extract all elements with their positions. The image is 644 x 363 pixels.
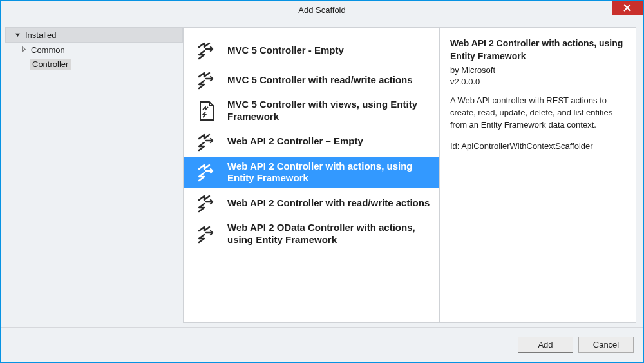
tree-item-label: Common (31, 45, 65, 55)
scaffold-item[interactable]: Web API 2 Controller with actions, using… (184, 157, 439, 189)
tree-item-label: Controller (30, 59, 71, 70)
scaffold-item-label: MVC 5 Controller with views, using Entit… (227, 99, 430, 123)
controller-icon (195, 39, 217, 61)
details-description: A Web API controller with REST actions t… (450, 95, 625, 132)
dialog-body: Installed Common Controller MVC 5 Contro… (1, 18, 643, 327)
scaffold-item[interactable]: Web API 2 Controller with read/write act… (184, 188, 439, 218)
scaffold-item-label: Web API 2 Controller – Empty (227, 135, 363, 148)
scaffold-item-label: MVC 5 Controller - Empty (227, 44, 344, 57)
details-id: Id: ApiControllerWithContextScaffolder (450, 141, 625, 153)
cancel-button[interactable]: Cancel (578, 337, 634, 353)
category-tree: Installed Common Controller (1, 27, 183, 323)
details-panel: Web API 2 Controller with actions, using… (439, 27, 636, 323)
scaffold-item[interactable]: Web API 2 OData Controller with actions,… (184, 218, 439, 250)
tree-root-installed[interactable]: Installed (5, 27, 183, 43)
details-version: v2.0.0.0 (450, 76, 625, 88)
add-scaffold-dialog: Add Scaffold Installed Common Controll (0, 0, 644, 363)
controller-icon (195, 223, 217, 245)
dialog-footer: Add Cancel (1, 327, 643, 362)
close-icon (623, 3, 631, 14)
scaffold-list: MVC 5 Controller - EmptyMVC 5 Controller… (183, 27, 439, 323)
collapse-icon (15, 32, 21, 39)
details-author: by Microsoft (450, 64, 625, 77)
window-title: Add Scaffold (1, 5, 643, 15)
scaffold-item[interactable]: MVC 5 Controller with views, using Entit… (184, 95, 439, 127)
scaffold-item[interactable]: Web API 2 Controller – Empty (184, 127, 439, 157)
controller-icon (195, 69, 217, 91)
tree-root-label: Installed (25, 30, 56, 40)
scaffold-item[interactable]: MVC 5 Controller with read/write actions (184, 65, 439, 95)
scaffold-item-label: MVC 5 Controller with read/write actions (227, 74, 413, 86)
details-title: Web API 2 Controller with actions, using… (450, 37, 625, 63)
scaffold-item-label: Web API 2 OData Controller with actions,… (227, 222, 430, 246)
controller-icon (195, 131, 217, 153)
tree-item-common[interactable]: Common (5, 43, 183, 57)
expand-icon (21, 46, 27, 54)
scaffold-item-label: Web API 2 Controller with actions, using… (227, 161, 430, 185)
scaffold-item-label: Web API 2 Controller with read/write act… (227, 197, 430, 210)
tree-item-controller[interactable]: Controller (5, 57, 183, 71)
controller-icon (195, 161, 217, 183)
controller-icon (195, 192, 217, 214)
scaffold-item[interactable]: MVC 5 Controller - Empty (184, 35, 439, 65)
titlebar: Add Scaffold (1, 1, 643, 18)
close-button[interactable] (612, 1, 643, 15)
controller-views-icon (195, 100, 217, 122)
add-button[interactable]: Add (518, 337, 573, 353)
